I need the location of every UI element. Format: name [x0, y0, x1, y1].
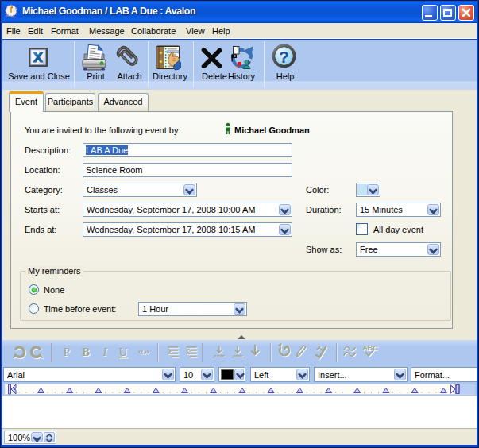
svg-text:?: ? — [279, 48, 289, 66]
